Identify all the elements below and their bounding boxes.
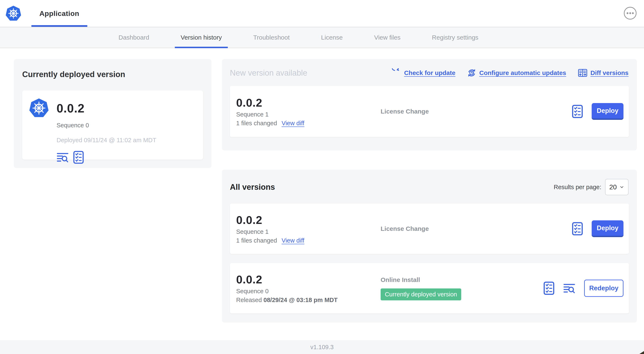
currently-deployed-title: Currently deployed version [14,59,212,79]
main-content: Currently deployed version 0.0.2 [0,48,644,340]
currently-deployed-panel: Currently deployed version 0.0.2 [14,59,212,168]
app-footer: v1.109.3 [0,340,644,354]
all-versions-title: All versions [230,183,275,192]
deployed-version-number: 0.0.2 [56,101,84,115]
results-per-page-value: 20 [609,183,617,191]
diff-compare-icon [578,68,588,78]
view-diff-link[interactable]: View diff [282,120,304,127]
new-version-panel: New version available Check for update [222,59,637,150]
deployed-timestamp: Deployed 09/11/24 @ 11:02 am MDT [56,137,203,144]
tab-registry-settings[interactable]: Registry settings [432,27,478,48]
all-versions-panel: All versions Results per page: 20 0.0.2 … [222,170,637,322]
version-sequence: Sequence 0 [236,288,380,295]
files-changed-label: 1 files changed [236,120,277,127]
deploy-button[interactable]: Deploy [592,220,624,237]
version-number: 0.0.2 [236,213,380,226]
version-row: 0.0.2 Sequence 0 Released 08/29/24 @ 03:… [230,263,629,313]
kubernetes-logo-icon [5,5,22,22]
configure-automatic-updates-link[interactable]: Configure automatic updates [467,68,566,78]
deployed-sequence: Sequence 0 [56,122,203,129]
view-logs-icon[interactable] [56,152,69,163]
kubernetes-app-icon [28,98,50,119]
release-notes-checklist-icon[interactable] [544,281,554,295]
version-source: Online Install [380,276,420,283]
currently-deployed-badge: Currently deployed version [380,288,461,300]
refresh-icon [392,68,401,78]
clock-sync-icon [467,68,476,78]
deploy-button[interactable]: Deploy [592,103,624,120]
app-header: Application [0,0,644,27]
tab-version-history[interactable]: Version history [181,27,222,48]
app-navbar: Dashboard Version history Troubleshoot L… [0,27,644,48]
console-version: v1.109.3 [310,344,334,351]
new-version-title: New version available [230,69,307,78]
more-menu-ellipsis-icon[interactable] [624,7,637,20]
release-notes-checklist-icon[interactable] [572,222,583,235]
view-diff-link[interactable]: View diff [282,237,304,244]
version-source: License Change [380,108,429,115]
view-logs-icon[interactable] [563,283,575,293]
screenshot-corner-artifact [640,351,644,354]
release-notes-checklist-icon[interactable] [572,105,583,118]
tab-dashboard[interactable]: Dashboard [118,27,149,48]
version-number: 0.0.2 [236,273,380,286]
app-tab[interactable]: Application [32,0,87,27]
new-version-card: 0.0.2 Sequence 1 1 files changed View di… [230,86,629,137]
chevron-down-icon [619,185,624,190]
version-sequence: Sequence 1 [236,228,380,235]
version-source: License Change [380,225,429,232]
files-changed-label: 1 files changed [236,237,277,244]
redeploy-button[interactable]: Redeploy [584,280,624,297]
version-row: 0.0.2 Sequence 1 1 files changed View di… [230,204,629,254]
results-per-page-label: Results per page: [554,184,601,191]
released-timestamp: Released 08/29/24 @ 03:18 pm MDT [236,297,380,303]
tab-license[interactable]: License [321,27,343,48]
diff-versions-link[interactable]: Diff versions [578,68,628,78]
currently-deployed-card: 0.0.2 Sequence 0 Deployed 09/11/24 @ 11:… [22,91,203,160]
check-for-update-link[interactable]: Check for update [392,68,455,78]
results-per-page-select[interactable]: 20 [605,179,628,195]
version-sequence: Sequence 1 [236,111,380,118]
release-notes-checklist-icon[interactable] [73,151,84,164]
version-number: 0.0.2 [236,96,380,109]
tab-troubleshoot[interactable]: Troubleshoot [253,27,290,48]
app-tab-label: Application [39,10,79,18]
tab-view-files[interactable]: View files [374,27,400,48]
